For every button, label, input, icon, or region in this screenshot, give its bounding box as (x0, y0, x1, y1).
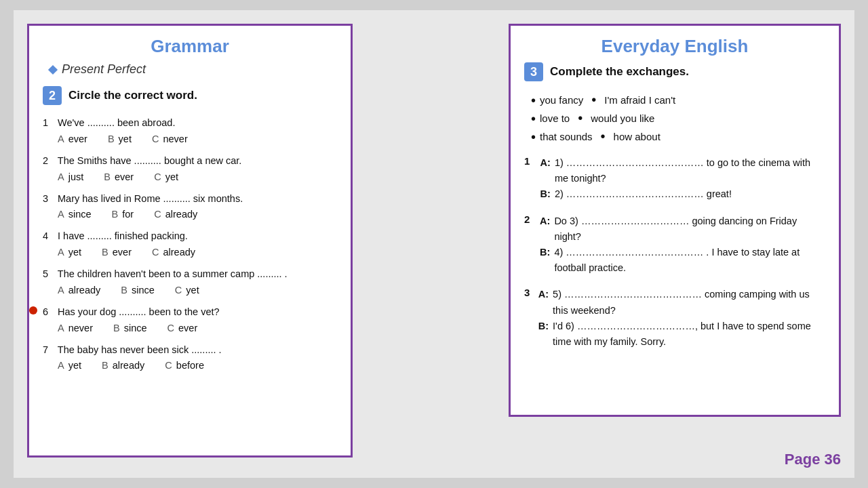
exchange-2-num: 2 (524, 214, 536, 225)
bullet-2b: • (578, 110, 583, 126)
bullet-3b: • (601, 129, 606, 144)
everyday-title: Everyday English (524, 36, 825, 57)
q5-options: A already B since C yet (43, 285, 337, 296)
bullet-row-1: • you fancy • I'm afraid I can't (531, 92, 825, 108)
q2-text: The Smiths have .......... bought a new … (58, 155, 242, 166)
question-7: 7 The baby has never been sick .........… (43, 343, 337, 371)
question-1: 1 We've .......... been abroad. A ever B… (43, 116, 337, 144)
bullet-3a: • (531, 130, 536, 144)
page-container: Grammar Present Perfect 2 Circle the cor… (14, 10, 854, 478)
everyday-panel: Everyday English 3 Complete the exchange… (509, 24, 841, 417)
q1-num: 1 (43, 116, 55, 131)
exercise-2-num: 2 (43, 86, 62, 105)
q4-options: A yet B ever C already (43, 247, 337, 258)
exchange-2a: A: Do 3) …………………………… going dancing on Fr… (540, 214, 825, 245)
question-5: 5 The children haven't been to a summer … (43, 267, 337, 296)
exchange-2b: B: 4) …………………………………… . I have to stay la… (540, 245, 825, 276)
exercise-3-instruction: Complete the exchanges. (550, 65, 689, 79)
exchange-1a: A: 1) …………………………………… to go to the cinema… (540, 155, 825, 186)
question-2: 2 The Smiths have .......... bought a ne… (43, 154, 337, 182)
red-dot-marker (29, 306, 37, 314)
exchange-1: 1 A: 1) …………………………………… to go to the cine… (524, 155, 825, 203)
bullet-text-1b: I'm afraid I can't (604, 94, 675, 106)
diamond-icon (48, 64, 58, 74)
exchange-1b: B: 2) …………………………………… great! (540, 186, 825, 202)
bullet-text-2b: would you like (591, 113, 654, 124)
exchange-1-num: 1 (524, 155, 536, 167)
q3-options: A since B for C already (43, 209, 337, 220)
bullet-text-3b: how about (614, 131, 660, 142)
page-number: Page 36 (785, 451, 841, 468)
bullet-text-1a: you fancy (540, 94, 583, 106)
q6-options: A never B since C ever (43, 323, 337, 333)
q4-text: I have ......... finished packing. (58, 230, 188, 241)
bullet-2a: • (531, 112, 536, 125)
bullet-text-2a: love to (540, 113, 570, 124)
q2-options: A just B ever C yet (43, 171, 337, 182)
grammar-panel: Grammar Present Perfect 2 Circle the cor… (27, 24, 353, 458)
exercise-2-header: 2 Circle the correct word. (43, 86, 337, 105)
bullet-1b: • (591, 92, 596, 108)
exchange-2: 2 A: Do 3) …………………………… going dancing on … (524, 214, 825, 277)
question-3: 3 Mary has lived in Rome .......... six … (43, 192, 337, 220)
exercise-2-instruction: Circle the correct word. (68, 89, 197, 102)
q7-options: A yet B already C before (43, 360, 337, 371)
bullet-row-2: • love to • would you like (531, 110, 825, 126)
exchange-3-num: 3 (524, 287, 534, 298)
grammar-subtitle: Present Perfect (43, 62, 337, 77)
word-list: • you fancy • I'm afraid I can't • love … (531, 92, 825, 144)
q1-text: We've .......... been abroad. (58, 117, 175, 128)
subtitle-text: Present Perfect (62, 62, 146, 77)
question-4: 4 I have ......... finished packing. A y… (43, 229, 337, 258)
grammar-title: Grammar (43, 36, 337, 57)
exercise-3-header: 3 Complete the exchanges. (524, 62, 825, 81)
q3-text: Mary has lived in Rome .......... six mo… (58, 193, 243, 204)
exchange-3: 3 A: 5) …………………………………… coming camping wi… (524, 287, 825, 350)
question-6: 6 Has your dog .......... been to the ve… (43, 305, 337, 333)
q5-text: The children haven't been to a summer ca… (58, 268, 288, 279)
q7-text: The baby has never been sick ......... . (58, 344, 222, 355)
bullet-text-3a: that sounds (540, 131, 593, 142)
exchange-3a: A: 5) …………………………………… coming camping with… (538, 287, 825, 318)
bullet-1a: • (531, 94, 536, 107)
exchange-3b: B: I'd 6) ………………………………, but I have to sp… (538, 319, 825, 350)
bullet-row-3: • that sounds • how about (531, 129, 825, 144)
q6-text: Has your dog .......... been to the vet? (58, 306, 220, 317)
q1-options: A ever B yet C never (43, 134, 337, 144)
exercise-3-num: 3 (524, 62, 543, 81)
